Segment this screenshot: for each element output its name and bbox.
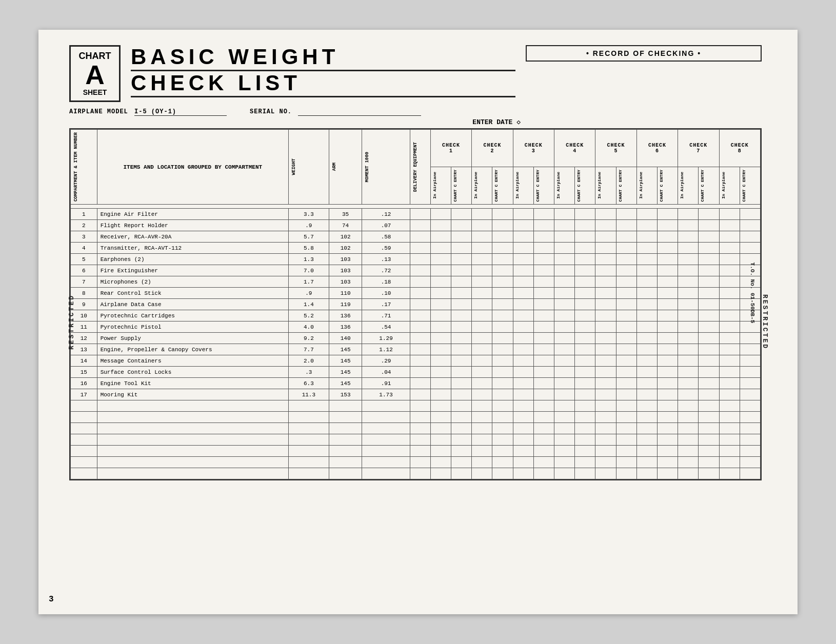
empty-cell xyxy=(472,412,492,423)
empty-cell xyxy=(595,468,616,479)
empty-cell xyxy=(719,423,740,434)
item-weight: .9 xyxy=(288,220,329,231)
empty-cell xyxy=(699,468,719,479)
check-cell xyxy=(636,288,657,299)
check-cell xyxy=(554,299,575,310)
check-cell xyxy=(616,367,636,378)
check-cell xyxy=(657,231,678,243)
delivery-cell xyxy=(410,231,430,243)
check-cell xyxy=(616,344,636,355)
check-cell xyxy=(678,243,699,254)
item-weight: 1.3 xyxy=(288,254,329,265)
empty-cell xyxy=(616,412,636,423)
enter-date: ENTER DATE ◇ xyxy=(69,118,521,126)
item-weight: .3 xyxy=(288,367,329,378)
empty-cell xyxy=(554,457,575,468)
item-weight: 6.3 xyxy=(288,378,329,389)
check-cell xyxy=(554,209,575,220)
empty-cell xyxy=(513,468,533,479)
table-row: 4Transmitter, RCA-AVT-1125.8102.59 xyxy=(71,243,761,254)
check-cell xyxy=(492,265,513,276)
table-row-empty xyxy=(71,400,761,412)
empty-cell xyxy=(616,434,636,446)
check-cell xyxy=(575,344,595,355)
main-content: CHART A SHEET BASIC WEIGHT CHECK LIST • … xyxy=(69,45,762,480)
check-cell xyxy=(678,231,699,243)
check-cell xyxy=(575,265,595,276)
check-cell xyxy=(575,378,595,389)
empty-cell xyxy=(636,434,657,446)
check-cell xyxy=(657,276,678,288)
empty-cell xyxy=(616,468,636,479)
empty-cell xyxy=(451,446,472,457)
check-cell xyxy=(451,299,472,310)
empty-cell xyxy=(657,434,678,446)
empty-cell xyxy=(699,434,719,446)
item-arm: 145 xyxy=(329,367,362,378)
check-cell xyxy=(472,389,492,400)
check-cell xyxy=(513,231,533,243)
empty-cell xyxy=(329,446,362,457)
check-cell xyxy=(719,288,740,299)
check-cell xyxy=(513,299,533,310)
item-arm: 35 xyxy=(329,209,362,220)
chart-letter: A xyxy=(78,62,112,88)
col-check-3: CHECK3 xyxy=(513,130,554,167)
check-cell xyxy=(533,367,554,378)
empty-cell xyxy=(430,468,451,479)
empty-cell xyxy=(575,434,595,446)
check-cell xyxy=(430,378,451,389)
empty-cell xyxy=(533,446,554,457)
check-cell xyxy=(678,378,699,389)
title-line2: CHECK LIST xyxy=(131,71,515,97)
check-cell xyxy=(699,344,719,355)
empty-cell xyxy=(616,446,636,457)
check-cell xyxy=(472,243,492,254)
item-description: Pyrotechnic Cartridges xyxy=(97,310,288,321)
title-area: BASIC WEIGHT CHECK LIST xyxy=(131,45,515,97)
check-cell xyxy=(513,310,533,321)
check-cell xyxy=(595,321,616,333)
check-cell xyxy=(554,254,575,265)
table-row: 10Pyrotechnic Cartridges5.2136.71 xyxy=(71,310,761,321)
empty-cell xyxy=(719,400,740,412)
item-weight: 5.7 xyxy=(288,231,329,243)
page-number: 3 xyxy=(49,595,54,604)
check-cell xyxy=(451,367,472,378)
item-moment: .07 xyxy=(362,220,410,231)
check-cell xyxy=(636,231,657,243)
check-cell xyxy=(554,310,575,321)
serial-no-label: SERIAL NO. xyxy=(250,108,292,115)
empty-cell xyxy=(513,457,533,468)
chart-box: CHART A SHEET xyxy=(69,45,121,102)
item-moment: 1.73 xyxy=(362,389,410,400)
empty-cell xyxy=(678,412,699,423)
empty-cell xyxy=(533,468,554,479)
empty-cell xyxy=(97,400,288,412)
check-cell xyxy=(533,231,554,243)
check-cell xyxy=(657,355,678,367)
empty-cell xyxy=(288,457,329,468)
check-cell xyxy=(636,209,657,220)
check-cell xyxy=(740,243,760,254)
col-check-5: CHECK5 xyxy=(595,130,636,167)
check-cell xyxy=(699,378,719,389)
main-table-wrapper: COMPARTMENT & ITEM NUMBER ITEMS AND LOCA… xyxy=(69,128,762,480)
table-row: 15Surface Control Locks.3145.04 xyxy=(71,367,761,378)
check-cell xyxy=(430,276,451,288)
item-number: 4 xyxy=(71,243,97,254)
empty-cell xyxy=(430,434,451,446)
check-cell xyxy=(719,243,740,254)
table-row: 1Engine Air Filter3.335.12 xyxy=(71,209,761,220)
check-cell xyxy=(472,310,492,321)
check-cell xyxy=(575,231,595,243)
check-cell xyxy=(657,344,678,355)
check-cell xyxy=(616,254,636,265)
model-line: AIRPLANE MODEL I-5 (OY-1) SERIAL NO. xyxy=(69,108,762,116)
serial-no-value xyxy=(298,108,421,116)
check-cell xyxy=(430,299,451,310)
table-row-empty xyxy=(71,423,761,434)
check-cell xyxy=(554,276,575,288)
items-header: ITEMS AND LOCATION GROUPED BY COMPARTMEN… xyxy=(99,164,287,170)
item-arm: 145 xyxy=(329,355,362,367)
